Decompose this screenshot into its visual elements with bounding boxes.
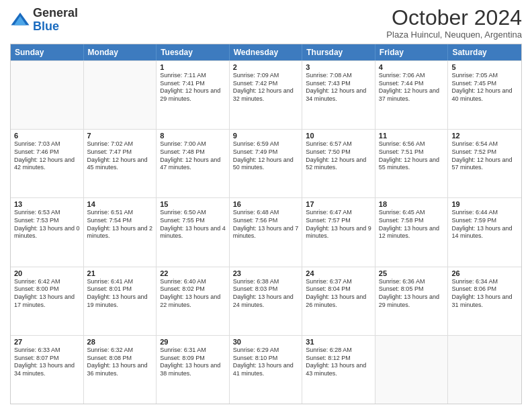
cell-info: Sunrise: 6:29 AM Sunset: 8:10 PM Dayligh…: [233, 347, 299, 378]
cell-info: Sunrise: 6:38 AM Sunset: 8:03 PM Dayligh…: [233, 278, 299, 310]
cell-info: Sunrise: 6:57 AM Sunset: 7:50 PM Dayligh…: [306, 140, 371, 172]
day-number: 13: [14, 200, 80, 208]
day-number: 15: [160, 200, 226, 208]
cell-info: Sunrise: 7:05 AM Sunset: 7:45 PM Dayligh…: [451, 72, 518, 103]
calendar-week-3: 13Sunrise: 6:53 AM Sunset: 7:53 PM Dayli…: [11, 197, 521, 266]
day-number: 19: [451, 200, 518, 208]
day-number: 16: [233, 200, 299, 208]
cell-info: Sunrise: 7:09 AM Sunset: 7:42 PM Dayligh…: [233, 72, 299, 103]
location-subtitle: Plaza Huincul, Neuquen, Argentina: [386, 30, 522, 40]
calendar-cell: 29Sunrise: 6:31 AM Sunset: 8:09 PM Dayli…: [157, 336, 230, 404]
calendar-cell: 24Sunrise: 6:37 AM Sunset: 8:04 PM Dayli…: [302, 267, 375, 335]
title-area: October 2024 Plaza Huincul, Neuquen, Arg…: [386, 7, 522, 40]
day-number: 23: [233, 269, 299, 277]
calendar-cell: [448, 336, 521, 404]
cell-info: Sunrise: 6:51 AM Sunset: 7:54 PM Dayligh…: [87, 209, 153, 240]
calendar-body: 1Sunrise: 7:11 AM Sunset: 7:41 PM Daylig…: [11, 60, 521, 404]
day-number: 24: [306, 269, 371, 277]
page: General Blue October 2024 Plaza Huincul,…: [0, 0, 532, 411]
day-number: 18: [379, 200, 445, 208]
calendar-week-4: 20Sunrise: 6:42 AM Sunset: 8:00 PM Dayli…: [11, 267, 521, 335]
day-number: 10: [306, 132, 371, 140]
calendar-header: SundayMondayTuesdayWednesdayThursdayFrid…: [11, 44, 521, 60]
day-number: 3: [306, 63, 371, 71]
calendar-cell: 14Sunrise: 6:51 AM Sunset: 7:54 PM Dayli…: [84, 198, 157, 266]
calendar-cell: 22Sunrise: 6:40 AM Sunset: 8:02 PM Dayli…: [157, 267, 230, 335]
day-number: 26: [451, 269, 518, 277]
calendar-cell: 18Sunrise: 6:45 AM Sunset: 7:58 PM Dayli…: [375, 198, 449, 266]
cell-info: Sunrise: 6:59 AM Sunset: 7:49 PM Dayligh…: [233, 140, 299, 172]
cell-info: Sunrise: 6:37 AM Sunset: 8:04 PM Dayligh…: [306, 278, 371, 310]
calendar-cell: 23Sunrise: 6:38 AM Sunset: 8:03 PM Dayli…: [230, 267, 303, 335]
day-number: 2: [233, 63, 299, 71]
day-number: 31: [306, 338, 371, 346]
logo-general: General: [33, 7, 78, 20]
cell-info: Sunrise: 6:44 AM Sunset: 7:59 PM Dayligh…: [451, 209, 518, 240]
cell-info: Sunrise: 6:31 AM Sunset: 8:09 PM Dayligh…: [160, 347, 226, 378]
calendar-cell: 28Sunrise: 6:32 AM Sunset: 8:08 PM Dayli…: [84, 336, 157, 404]
day-of-week-thursday: Thursday: [302, 44, 375, 60]
calendar-cell: 19Sunrise: 6:44 AM Sunset: 7:59 PM Dayli…: [448, 198, 521, 266]
calendar-cell: 15Sunrise: 6:50 AM Sunset: 7:55 PM Dayli…: [157, 198, 230, 266]
calendar-week-5: 27Sunrise: 6:33 AM Sunset: 8:07 PM Dayli…: [11, 335, 521, 404]
day-number: 5: [451, 63, 518, 71]
calendar-cell: 7Sunrise: 7:02 AM Sunset: 7:47 PM Daylig…: [84, 130, 157, 197]
day-number: 14: [87, 200, 153, 208]
calendar-cell: [84, 61, 157, 129]
day-number: 22: [160, 269, 226, 277]
logo-blue: Blue: [33, 20, 78, 34]
logo-text: General Blue: [33, 7, 78, 34]
calendar: SundayMondayTuesdayWednesdayThursdayFrid…: [10, 44, 522, 404]
calendar-cell: 21Sunrise: 6:41 AM Sunset: 8:01 PM Dayli…: [84, 267, 157, 335]
logo: General Blue: [10, 7, 78, 34]
calendar-cell: 8Sunrise: 7:00 AM Sunset: 7:48 PM Daylig…: [157, 130, 230, 197]
day-number: 1: [160, 63, 226, 71]
cell-info: Sunrise: 7:08 AM Sunset: 7:43 PM Dayligh…: [306, 72, 371, 103]
calendar-cell: 30Sunrise: 6:29 AM Sunset: 8:10 PM Dayli…: [230, 336, 303, 404]
day-of-week-sunday: Sunday: [11, 44, 84, 60]
cell-info: Sunrise: 7:11 AM Sunset: 7:41 PM Dayligh…: [160, 72, 226, 103]
cell-info: Sunrise: 6:32 AM Sunset: 8:08 PM Dayligh…: [87, 347, 153, 378]
cell-info: Sunrise: 7:06 AM Sunset: 7:44 PM Dayligh…: [379, 72, 445, 103]
day-number: 30: [233, 338, 299, 346]
calendar-cell: 2Sunrise: 7:09 AM Sunset: 7:42 PM Daylig…: [230, 61, 303, 129]
calendar-cell: 12Sunrise: 6:54 AM Sunset: 7:52 PM Dayli…: [448, 130, 521, 197]
day-number: 11: [379, 132, 445, 140]
calendar-cell: 10Sunrise: 6:57 AM Sunset: 7:50 PM Dayli…: [302, 130, 375, 197]
cell-info: Sunrise: 6:41 AM Sunset: 8:01 PM Dayligh…: [87, 278, 153, 310]
calendar-cell: 1Sunrise: 7:11 AM Sunset: 7:41 PM Daylig…: [157, 61, 230, 129]
calendar-cell: 6Sunrise: 7:03 AM Sunset: 7:46 PM Daylig…: [11, 130, 84, 197]
cell-info: Sunrise: 6:33 AM Sunset: 8:07 PM Dayligh…: [14, 347, 80, 378]
calendar-cell: 9Sunrise: 6:59 AM Sunset: 7:49 PM Daylig…: [230, 130, 303, 197]
calendar-cell: 31Sunrise: 6:28 AM Sunset: 8:12 PM Dayli…: [302, 336, 375, 404]
cell-info: Sunrise: 6:28 AM Sunset: 8:12 PM Dayligh…: [306, 347, 371, 378]
cell-info: Sunrise: 6:34 AM Sunset: 8:06 PM Dayligh…: [451, 278, 518, 310]
calendar-cell: 20Sunrise: 6:42 AM Sunset: 8:00 PM Dayli…: [11, 267, 84, 335]
day-of-week-monday: Monday: [84, 44, 157, 60]
day-of-week-friday: Friday: [375, 44, 449, 60]
calendar-cell: [375, 336, 449, 404]
calendar-cell: 27Sunrise: 6:33 AM Sunset: 8:07 PM Dayli…: [11, 336, 84, 404]
cell-info: Sunrise: 6:42 AM Sunset: 8:00 PM Dayligh…: [14, 278, 80, 310]
day-number: 8: [160, 132, 226, 140]
day-number: 27: [14, 338, 80, 346]
day-number: 9: [233, 132, 299, 140]
calendar-week-2: 6Sunrise: 7:03 AM Sunset: 7:46 PM Daylig…: [11, 129, 521, 197]
header: General Blue October 2024 Plaza Huincul,…: [10, 7, 522, 40]
calendar-cell: 16Sunrise: 6:48 AM Sunset: 7:56 PM Dayli…: [230, 198, 303, 266]
calendar-cell: 11Sunrise: 6:56 AM Sunset: 7:51 PM Dayli…: [375, 130, 449, 197]
calendar-cell: 5Sunrise: 7:05 AM Sunset: 7:45 PM Daylig…: [448, 61, 521, 129]
logo-icon: [10, 10, 30, 30]
day-number: 4: [379, 63, 445, 71]
calendar-cell: 26Sunrise: 6:34 AM Sunset: 8:06 PM Dayli…: [448, 267, 521, 335]
day-number: 28: [87, 338, 153, 346]
calendar-cell: [11, 61, 84, 129]
day-number: 7: [87, 132, 153, 140]
calendar-cell: 25Sunrise: 6:36 AM Sunset: 8:05 PM Dayli…: [375, 267, 449, 335]
month-title: October 2024: [386, 7, 522, 28]
day-number: 25: [379, 269, 445, 277]
cell-info: Sunrise: 6:36 AM Sunset: 8:05 PM Dayligh…: [379, 278, 445, 310]
day-of-week-tuesday: Tuesday: [157, 44, 230, 60]
calendar-cell: 4Sunrise: 7:06 AM Sunset: 7:44 PM Daylig…: [375, 61, 449, 129]
cell-info: Sunrise: 6:50 AM Sunset: 7:55 PM Dayligh…: [160, 209, 226, 240]
